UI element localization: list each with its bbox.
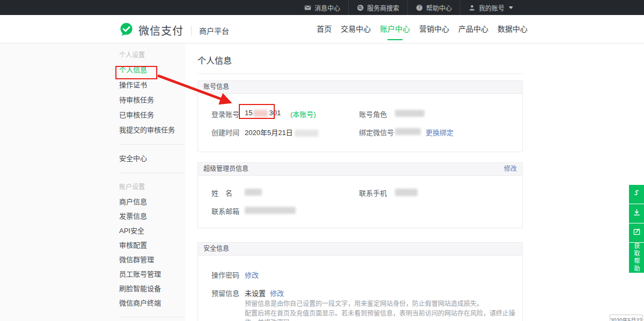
sidebar-item-face-smart-device[interactable]: 刷脸智能设备	[119, 281, 185, 296]
chevron-down-icon	[509, 6, 513, 9]
get-help-button[interactable]: 获取帮助	[629, 243, 644, 273]
date-tooltip: 2020年5月22日	[610, 315, 643, 321]
mail-icon	[304, 4, 311, 11]
nav-data-center[interactable]: 数据中心	[497, 15, 528, 43]
sidebar-item-personal-info[interactable]: 个人信息	[119, 63, 185, 78]
sidebar-item-reviewed-tasks[interactable]: 已审核任务	[119, 108, 185, 123]
sidebar-item-operation-certificate[interactable]: 操作证书	[119, 78, 185, 93]
floating-toolbar: 获取帮助	[629, 185, 644, 273]
redacted-email	[245, 207, 296, 214]
contact-phone-label: 联系手机	[359, 188, 387, 198]
message-center-link[interactable]: 消息中心	[296, 0, 348, 15]
top-utility-bar: 消息中心 服务商搜索 ? 帮助中心 我的账号	[0, 0, 644, 15]
nav-marketing-center[interactable]: 营销中心	[419, 15, 449, 43]
operation-password-label: 操作密码	[211, 270, 239, 280]
created-time-value: 2020年5月21日	[245, 127, 318, 137]
active-tab-underline	[387, 39, 402, 40]
redacted-created-time	[295, 130, 318, 137]
sidebar-item-api-security[interactable]: API安全	[119, 223, 185, 238]
login-account-value: 15301	[245, 109, 281, 117]
operation-password-edit-link[interactable]: 修改	[245, 270, 259, 280]
edit-icon	[633, 228, 641, 238]
brand-area[interactable]: 微信支付 商户平台	[119, 22, 229, 39]
sidebar-group-personal-settings: 个人设置	[119, 48, 185, 63]
reserved-info-edit-link[interactable]: 修改	[270, 288, 284, 298]
sidebar-item-wechat-group-management[interactable]: 微信群管理	[119, 252, 185, 267]
reserved-info-value: 未设置	[245, 288, 266, 298]
sidebar-group-account-settings: 账户设置	[119, 180, 185, 195]
security-info-section-title: 安全信息	[203, 243, 229, 255]
sidebar-divider	[119, 317, 185, 317]
nav-home[interactable]: 首页	[317, 15, 332, 43]
search-icon	[357, 4, 364, 11]
service-provider-search-link[interactable]: 服务商搜索	[348, 0, 407, 15]
created-time-label: 创建时间	[211, 127, 239, 137]
brand-title: 微信支付	[138, 23, 184, 38]
sidebar-item-wechat-merchant-terminal[interactable]: 微信商户终端	[119, 296, 185, 310]
feedback-button[interactable]	[629, 223, 644, 242]
note-line: 配置后将在首页及充值页面显示。若未看到预留信息，表明当前访问的网站存在风险，请终…	[245, 309, 518, 321]
merchant-platform-page: 消息中心 服务商搜索 ? 帮助中心 我的账号	[0, 0, 644, 321]
login-account-label: 登录账号	[211, 109, 239, 119]
sidebar-divider	[119, 173, 185, 173]
brand-divider	[191, 26, 192, 35]
redacted-wechat-id	[395, 128, 421, 135]
sidebar-item-security-center[interactable]: 安全中心	[119, 151, 185, 166]
help-center-link[interactable]: ? 帮助中心	[407, 0, 460, 15]
current-account-tag: (本账号)	[290, 109, 316, 119]
primary-nav: 首页 交易中心 账户中心 营销中心 产品中心 数据中心	[317, 15, 528, 43]
redacted-name	[245, 189, 262, 196]
super-admin-edit-link[interactable]: 修改	[504, 163, 517, 175]
security-info-section: 安全信息 操作密码 修改 预留信息 未设置 修改 预留信息是由你自己设置的一段文…	[197, 242, 523, 321]
download-icon	[633, 208, 641, 219]
help-center-label: 帮助中心	[426, 3, 452, 12]
sidebar: 个人设置 个人信息 操作证书 待审核任务 已审核任务 我提交的审核任务 安全中心…	[0, 43, 185, 321]
sidebar-item-pending-review-tasks[interactable]: 待审核任务	[119, 93, 185, 108]
main-content: 个人信息 账号信息 登录账号 15301 (本账号) 账号角色 创建时间 202…	[197, 43, 523, 321]
service-provider-search-label: 服务商搜索	[367, 3, 399, 12]
reserved-info-label: 预留信息	[211, 288, 239, 298]
reserved-info-notes: 预留信息是由你自己设置的一段文字，用来鉴定网站身份，防止假冒网站造成损失。 配置…	[245, 300, 518, 321]
account-role-label: 账号角色	[359, 109, 387, 119]
nav-transaction-center[interactable]: 交易中心	[341, 15, 371, 43]
site-header: 微信支付 商户平台 首页 交易中心 账户中心 营销中心 产品中心 数据中心	[0, 15, 644, 43]
super-admin-section: 超级管理员信息 修改 姓 名 联系手机 联系邮箱	[197, 162, 523, 228]
account-info-section-title: 账号信息	[203, 81, 229, 93]
message-center-label: 消息中心	[314, 3, 340, 12]
svg-text:?: ?	[418, 5, 420, 10]
link-icon	[633, 189, 641, 199]
page-title: 个人信息	[197, 54, 523, 66]
sidebar-item-merchant-info[interactable]: 商户信息	[119, 195, 185, 209]
redacted-login-digits	[253, 110, 268, 117]
my-account-menu[interactable]: 我的账号	[460, 0, 521, 15]
sidebar-item-staff-account-management[interactable]: 员工账号管理	[119, 267, 185, 281]
note-line: 预留信息是由你自己设置的一段文字，用来鉴定网站身份，防止假冒网站造成损失。	[245, 300, 518, 309]
sidebar-item-invoice-info[interactable]: 发票信息	[119, 209, 185, 223]
contact-email-label: 联系邮箱	[211, 206, 239, 216]
account-info-section: 账号信息 登录账号 15301 (本账号) 账号角色 创建时间 2020年5月2…	[197, 80, 523, 152]
user-icon	[469, 4, 475, 11]
redacted-role	[395, 110, 425, 117]
bound-wechat-label: 绑定微信号	[359, 127, 394, 137]
contact-email-value	[245, 206, 296, 214]
sidebar-item-my-submitted-review-tasks[interactable]: 我提交的审核任务	[119, 123, 185, 138]
nav-product-center[interactable]: 产品中心	[458, 15, 488, 43]
name-value	[245, 188, 262, 196]
change-binding-link[interactable]: 更换绑定	[426, 127, 453, 137]
portal-title: 商户平台	[199, 25, 229, 36]
nav-account-center[interactable]: 账户中心	[380, 15, 410, 43]
redacted-phone	[395, 189, 418, 196]
quick-link-button[interactable]	[629, 185, 644, 204]
sidebar-item-review-config[interactable]: 审核配置	[119, 238, 185, 252]
download-button[interactable]	[629, 204, 644, 223]
bound-wechat-value	[395, 127, 421, 135]
name-label: 姓 名	[211, 188, 232, 198]
my-account-label: 我的账号	[479, 3, 504, 12]
account-role-value	[395, 109, 425, 117]
title-divider	[197, 73, 523, 74]
question-icon: ?	[416, 4, 423, 11]
sidebar-divider	[119, 144, 185, 145]
super-admin-section-title: 超级管理员信息	[203, 163, 248, 175]
contact-phone-value	[395, 188, 418, 196]
wechat-pay-logo-icon	[119, 22, 134, 39]
